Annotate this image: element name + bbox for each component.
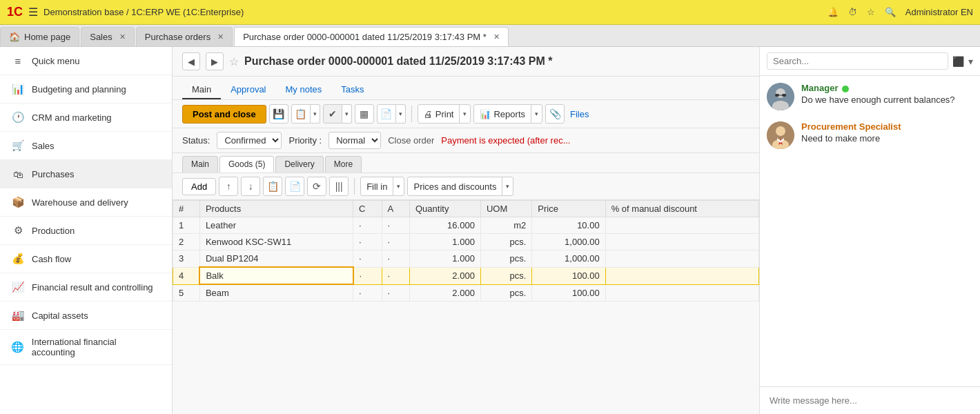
tab-detail-close[interactable]: ✕ bbox=[493, 32, 500, 41]
cell-1-2[interactable]: · bbox=[353, 234, 382, 250]
action-dropdown[interactable]: ▾ bbox=[342, 104, 352, 124]
cell-3-5[interactable]: pcs. bbox=[480, 267, 531, 284]
sidebar-item-quick-menu[interactable]: ≡ Quick menu bbox=[0, 47, 172, 75]
cell-1-0[interactable]: 2 bbox=[173, 234, 200, 250]
cell-0-7[interactable] bbox=[605, 217, 758, 234]
cell-3-3[interactable]: · bbox=[382, 267, 409, 284]
table-row[interactable]: 2Kenwood KSC-SW11··1.000pcs.1,000.00 bbox=[173, 234, 759, 250]
cell-3-6[interactable]: 100.00 bbox=[532, 267, 605, 284]
sub-tab-approval[interactable]: Approval bbox=[221, 81, 275, 99]
copy-dropdown[interactable]: ▾ bbox=[311, 104, 320, 124]
cell-2-3[interactable]: · bbox=[382, 250, 409, 268]
print-dropdown[interactable]: ▾ bbox=[459, 104, 470, 124]
tab-purchase-orders-close[interactable]: ✕ bbox=[217, 32, 224, 41]
cell-1-7[interactable] bbox=[605, 234, 758, 250]
reports-button[interactable]: 📊 Reports ▾ bbox=[473, 104, 542, 124]
sidebar-item-production[interactable]: ⚙ Production bbox=[0, 217, 172, 245]
panel-expand-icon[interactable]: ▾ bbox=[968, 56, 973, 67]
doc-dropdown[interactable]: ▾ bbox=[396, 104, 406, 124]
sidebar-item-warehouse[interactable]: 📦 Warehouse and delivery bbox=[0, 188, 172, 217]
sidebar-item-purchases[interactable]: 🛍 Purchases bbox=[0, 160, 172, 188]
search-icon[interactable]: 🔍 bbox=[885, 7, 896, 17]
table-row[interactable]: 4Balk··2.000pcs.100.00 bbox=[173, 267, 759, 284]
sub-tab-main[interactable]: Main bbox=[182, 81, 221, 99]
tab-home[interactable]: 🏠 Home page bbox=[0, 27, 79, 46]
nav-forward-button[interactable]: ▶ bbox=[206, 52, 224, 70]
cell-2-5[interactable]: pcs. bbox=[480, 250, 531, 268]
cell-4-7[interactable] bbox=[605, 284, 758, 302]
cell-0-4[interactable]: 16.000 bbox=[409, 217, 480, 234]
fill-in-button[interactable]: Fill in ▾ bbox=[360, 177, 404, 196]
cell-2-1[interactable]: Dual BP1204 bbox=[199, 250, 353, 268]
copy-row-button[interactable]: 📋 bbox=[263, 177, 282, 196]
sync-button[interactable]: ⟳ bbox=[307, 177, 326, 196]
cell-1-1[interactable]: Kenwood KSC-SW11 bbox=[199, 234, 353, 250]
prices-discounts-button[interactable]: Prices and discounts ▾ bbox=[407, 177, 513, 196]
cell-4-3[interactable]: · bbox=[382, 284, 409, 302]
nav-back-button[interactable]: ◀ bbox=[182, 52, 200, 70]
sidebar-item-intl-financial[interactable]: 🌐 International financial accounting bbox=[0, 330, 172, 365]
cell-0-1[interactable]: Leather bbox=[199, 217, 353, 234]
sidebar-item-capital[interactable]: 🏭 Capital assets bbox=[0, 302, 172, 330]
sidebar-item-financial[interactable]: 📈 Financial result and controlling bbox=[0, 273, 172, 302]
tab-purchase-orders[interactable]: Purchase orders ✕ bbox=[136, 27, 233, 46]
priority-select[interactable]: Normal High Low bbox=[329, 132, 381, 149]
cell-4-2[interactable]: · bbox=[353, 284, 382, 302]
cell-0-5[interactable]: m2 bbox=[480, 217, 531, 234]
print-button[interactable]: 🖨 Print ▾ bbox=[418, 104, 471, 124]
action-button[interactable]: ✔ bbox=[323, 104, 342, 124]
cell-1-4[interactable]: 1.000 bbox=[409, 234, 480, 250]
cell-1-3[interactable]: · bbox=[382, 234, 409, 250]
doc-button[interactable]: 📄 bbox=[377, 104, 396, 124]
table-view-button[interactable]: ▦ bbox=[355, 104, 374, 124]
inner-tab-main[interactable]: Main bbox=[182, 156, 218, 172]
inner-tab-goods[interactable]: Goods (5) bbox=[219, 156, 274, 172]
table-row[interactable]: 1Leather··16.000m210.00 bbox=[173, 217, 759, 234]
cell-3-7[interactable] bbox=[605, 267, 758, 284]
panel-search-input[interactable] bbox=[767, 52, 948, 70]
favorite-icon[interactable]: ☆ bbox=[229, 55, 239, 68]
tab-purchase-order-detail[interactable]: Purchase order 0000-000001 dated 11/25/2… bbox=[234, 27, 509, 46]
star-icon[interactable]: ☆ bbox=[867, 7, 875, 17]
bell-icon[interactable]: 🔔 bbox=[827, 7, 839, 17]
inner-tab-delivery[interactable]: Delivery bbox=[275, 156, 323, 172]
copy-button[interactable]: 📋 bbox=[291, 104, 311, 124]
cell-4-1[interactable]: Beam bbox=[199, 284, 353, 302]
history-icon[interactable]: ⏱ bbox=[848, 7, 857, 17]
cell-4-6[interactable]: 100.00 bbox=[532, 284, 605, 302]
tab-sales[interactable]: Sales ✕ bbox=[81, 27, 135, 46]
prices-discounts-dropdown[interactable]: ▾ bbox=[502, 177, 513, 196]
cell-3-2[interactable]: · bbox=[353, 267, 382, 284]
add-row-button[interactable]: Add bbox=[182, 178, 216, 195]
cell-0-6[interactable]: 10.00 bbox=[532, 217, 605, 234]
reports-dropdown[interactable]: ▾ bbox=[531, 104, 542, 124]
save-button[interactable]: 💾 bbox=[269, 104, 288, 124]
sidebar-item-sales[interactable]: 🛒 Sales bbox=[0, 132, 172, 160]
table-row[interactable]: 3Dual BP1204··1.000pcs.1,000.00 bbox=[173, 250, 759, 268]
post-and-close-button[interactable]: Post and close bbox=[182, 105, 266, 124]
video-icon[interactable]: ⬛ bbox=[952, 56, 964, 67]
cell-4-5[interactable]: pcs. bbox=[480, 284, 531, 302]
cell-3-4[interactable]: 2.000 bbox=[409, 267, 480, 284]
close-order-link[interactable]: Close order bbox=[388, 135, 434, 146]
move-up-button[interactable]: ↑ bbox=[219, 177, 238, 196]
cell-0-3[interactable]: · bbox=[382, 217, 409, 234]
cell-3-0[interactable]: 4 bbox=[173, 267, 200, 284]
status-select[interactable]: Confirmed Draft Closed bbox=[217, 132, 282, 149]
tab-sales-close[interactable]: ✕ bbox=[119, 32, 126, 41]
cell-4-0[interactable]: 5 bbox=[173, 284, 200, 302]
inner-tab-more[interactable]: More bbox=[325, 156, 362, 172]
files-link[interactable]: Files bbox=[567, 109, 591, 119]
sidebar-item-crm[interactable]: 🕐 CRM and marketing bbox=[0, 103, 172, 132]
sub-tab-my-notes[interactable]: My notes bbox=[276, 81, 332, 99]
message-input[interactable] bbox=[767, 393, 973, 408]
cell-2-0[interactable]: 3 bbox=[173, 250, 200, 268]
cell-2-4[interactable]: 1.000 bbox=[409, 250, 480, 268]
cell-0-0[interactable]: 1 bbox=[173, 217, 200, 234]
barcode-button[interactable]: ||| bbox=[329, 177, 349, 196]
cell-0-2[interactable]: · bbox=[353, 217, 382, 234]
table-row[interactable]: 5Beam··2.000pcs.100.00 bbox=[173, 284, 759, 302]
cell-4-4[interactable]: 2.000 bbox=[409, 284, 480, 302]
sub-tab-tasks[interactable]: Tasks bbox=[331, 81, 373, 99]
payment-info-link[interactable]: Payment is expected (after rec... bbox=[441, 135, 570, 146]
